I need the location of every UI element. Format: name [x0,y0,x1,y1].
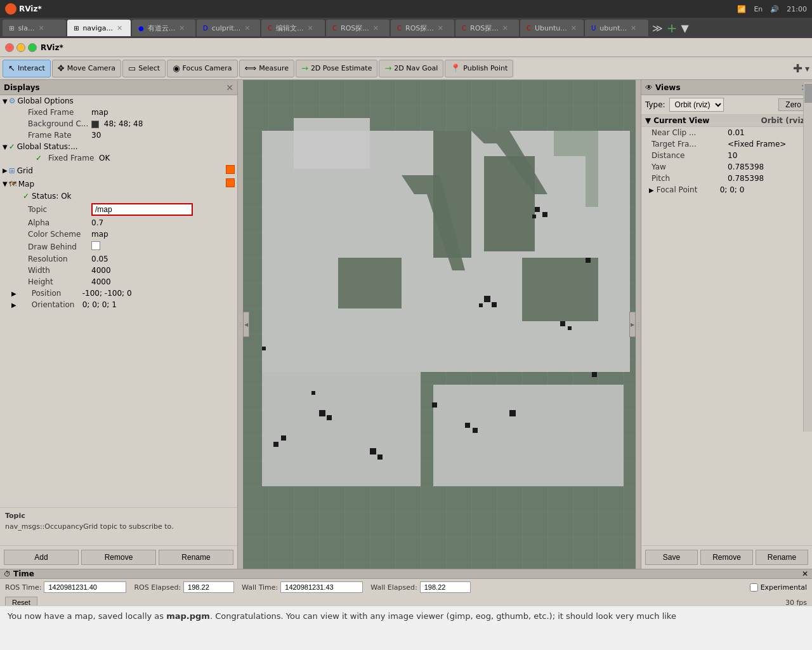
svg-rect-25 [465,423,470,428]
position-arrow[interactable]: ▶ [11,290,16,297]
frame-rate-value[interactable]: 30 [91,131,235,140]
tab-sla[interactable]: ⊞ sla... ✕ [3,20,66,36]
save-view-button[interactable]: Save [645,550,698,565]
global-status-item[interactable]: ▼ ✓ Global Status:... [0,141,237,152]
tab-naviga-close[interactable]: ✕ [117,24,122,32]
rename-display-button[interactable]: Rename [159,550,233,565]
right-scrollbar[interactable] [803,83,812,432]
tab-ubuntu[interactable]: C Ubuntu... ✕ [520,20,584,36]
scrollbar-thumb[interactable] [804,84,812,103]
maximize-button[interactable] [28,43,37,52]
wall-elapsed-input[interactable] [420,581,471,593]
tab-ros1-close[interactable]: ✕ [373,24,379,32]
color-swatch[interactable] [91,121,99,128]
tab-ubuntu-close[interactable]: ✕ [571,24,577,32]
global-status-arrow[interactable]: ▼ [3,143,8,150]
ros-elapsed-field: ROS Elapsed: [134,581,234,593]
publish-point-tool[interactable]: 📍 Publish Point [445,60,513,77]
global-options-item[interactable]: ▼ ⚙ Global Options [0,95,237,107]
remove-display-button[interactable]: Remove [81,550,156,565]
near-clip-value[interactable]: 0.01 [728,128,807,137]
measure-tool[interactable]: ⟺ Measure [239,60,294,77]
pitch-label: Pitch [652,174,728,183]
experimental-checkbox[interactable] [750,583,758,592]
tab-ros2-close[interactable]: ✕ [438,24,443,32]
topic-input[interactable] [91,203,193,216]
type-select[interactable]: Orbit (rviz) [669,98,724,112]
ubuntu-logo[interactable] [5,3,16,15]
tab-ros1[interactable]: C ROS探... ✕ [326,20,390,36]
map-item[interactable]: ▼ 🗺 Map [0,177,237,190]
right-resize-dots: ⋮ [636,322,641,328]
displays-tree[interactable]: ▼ ⚙ Global Options Fixed Frame map Backg… [0,95,237,507]
add-display-button[interactable]: Add [4,550,79,565]
close-button[interactable] [5,43,14,52]
tab-youdao[interactable]: ● 有道云... ✕ [132,20,195,36]
svg-rect-13 [532,215,536,218]
tab-new-button[interactable]: + [667,20,678,36]
color-scheme-value[interactable]: map [91,230,235,239]
tab-ros2[interactable]: C ROS探... ✕ [391,20,454,36]
tab-culprit[interactable]: D culprit... ✕ [197,20,260,36]
grid-checkbox[interactable] [226,165,235,176]
toolbar-add-icon[interactable]: ✚ [793,62,802,75]
minimize-button[interactable] [16,43,25,52]
right-viewport-handle[interactable]: ▶ [629,312,636,337]
ros-elapsed-input[interactable] [183,581,234,593]
left-resize-handle[interactable]: ⋮ [238,80,243,569]
time-close[interactable]: ✕ [802,569,808,578]
displays-panel-close[interactable]: ✕ [226,83,233,93]
target-frame-value[interactable]: <Fixed Frame> [728,140,807,149]
grid-checked-icon[interactable] [226,165,235,174]
wall-time-input[interactable] [280,581,363,593]
distance-value[interactable]: 10 [728,151,807,160]
focal-point-arrow[interactable]: ▶ [649,187,654,194]
orientation-arrow[interactable]: ▶ [11,302,16,308]
ros-time-input[interactable] [44,581,126,593]
tab-youdao-close[interactable]: ✕ [179,24,185,32]
map-arrow[interactable]: ▼ [3,180,8,187]
resolution-value: 0.05 [91,255,235,263]
toolbar-menu-icon[interactable]: ▾ [805,63,809,74]
tab-ubunt2[interactable]: U ubunt... ✕ [585,20,648,36]
pitch-value[interactable]: 0.785398 [728,174,807,183]
draw-behind-checkbox[interactable] [91,241,235,252]
nav-goal-tool[interactable]: → 2D Nav Goal [379,60,443,77]
grid-item[interactable]: ▶ ⊞ Grid [0,164,237,177]
main-viewport[interactable]: ◀ ▶ [243,80,636,569]
message-text-before: You now have a map, saved locally as [8,611,166,621]
tab-add-button[interactable]: ≫ [652,22,663,34]
focus-camera-tool[interactable]: ◉ Focus Camera [167,60,237,77]
tab-sla-close[interactable]: ✕ [38,24,44,32]
map-checked-icon[interactable] [226,178,235,187]
alpha-value[interactable]: 0.7 [91,218,235,227]
select-tool[interactable]: ▭ Select [122,60,166,77]
time-title: Time [13,569,34,578]
interact-tool[interactable]: ↖ Interact [3,60,51,77]
global-options-arrow[interactable]: ▼ [3,98,8,105]
map-checkbox[interactable] [226,178,235,189]
draw-behind-label: Draw Behind [15,242,91,251]
yaw-value[interactable]: 0.785398 [728,162,807,171]
orientation-label: Orientation [19,300,82,309]
draw-behind-unchecked[interactable] [91,241,100,250]
tab-edit-close[interactable]: ✕ [307,24,313,32]
tab-ros3[interactable]: C ROS探... ✕ [455,20,519,36]
current-view-arrow[interactable]: ▼ [645,116,651,125]
wall-elapsed-label: Wall Elapsed: [370,583,417,592]
tab-ros3-close[interactable]: ✕ [502,24,508,32]
fixed-frame-value[interactable]: map [91,108,235,117]
tab-menu-button[interactable]: ▼ [681,22,689,34]
left-viewport-handle[interactable]: ◀ [243,312,249,337]
grid-arrow[interactable]: ▶ [3,167,8,174]
tab-ubunt2-close[interactable]: ✕ [631,24,636,32]
tab-culprit-close[interactable]: ✕ [244,24,250,32]
pose-estimate-tool[interactable]: → 2D Pose Estimate [296,60,377,77]
tab-naviga[interactable]: ⊞ naviga... ✕ [67,20,131,36]
move-camera-tool[interactable]: ✥ Move Camera [52,60,121,77]
nav-goal-label: 2D Nav Goal [394,64,438,72]
right-resize-handle[interactable]: ⋮ [636,80,641,569]
remove-view-button[interactable]: Remove [700,550,753,565]
rename-view-button[interactable]: Rename [756,550,808,565]
tab-edit[interactable]: C 编辑文... ✕ [261,20,325,36]
